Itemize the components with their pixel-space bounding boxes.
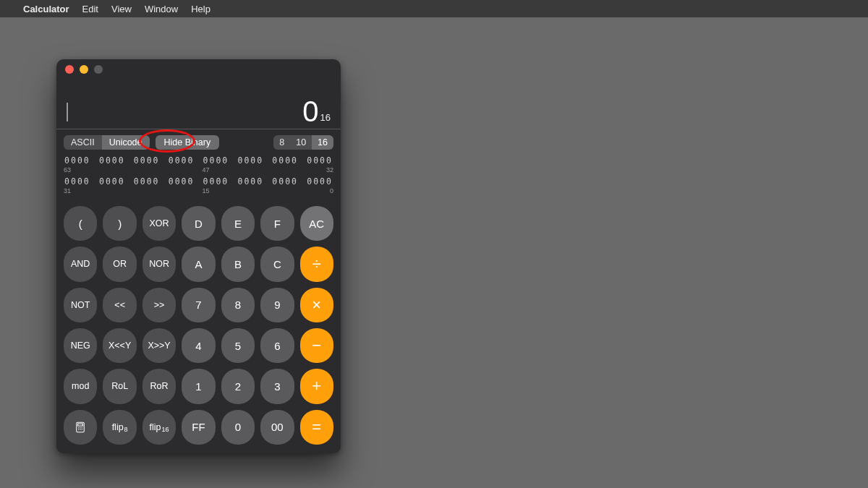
- nibble[interactable]: 0000: [271, 155, 299, 166]
- key-and[interactable]: AND: [64, 247, 97, 281]
- binary-row-low: 0000 0000 0000 0000 0000 0000 0000 0000: [64, 176, 333, 187]
- key-close-paren[interactable]: ): [103, 206, 136, 241]
- key-6[interactable]: 6: [260, 328, 294, 363]
- nibble[interactable]: 0000: [203, 176, 230, 187]
- key-divide[interactable]: ÷: [300, 247, 333, 281]
- nibble[interactable]: 0000: [306, 176, 333, 187]
- base-8-toggle[interactable]: 8: [273, 135, 290, 150]
- nibble[interactable]: 0000: [203, 155, 230, 166]
- key-plus[interactable]: +: [300, 369, 333, 403]
- menu-app[interactable]: Calculator: [23, 4, 69, 14]
- key-ac[interactable]: AC: [300, 206, 333, 241]
- key-flip8[interactable]: flip8: [103, 410, 136, 445]
- key-e[interactable]: E: [221, 206, 255, 241]
- key-xshl[interactable]: X<<Y: [103, 328, 136, 363]
- calculator-icon: [74, 421, 87, 434]
- nibble[interactable]: 0000: [306, 155, 333, 166]
- svg-point-7: [82, 429, 82, 429]
- key-or[interactable]: OR: [103, 247, 136, 281]
- base-10-toggle[interactable]: 10: [290, 135, 312, 150]
- window-zoom-button[interactable]: [94, 65, 103, 74]
- menu-view[interactable]: View: [111, 4, 132, 14]
- svg-point-2: [78, 427, 79, 428]
- bit-index-label: 47: [203, 166, 230, 174]
- key-4[interactable]: 4: [182, 328, 215, 363]
- nibble[interactable]: 0000: [64, 176, 91, 187]
- key-8[interactable]: 8: [221, 288, 255, 322]
- display-area: 0 16: [56, 80, 341, 129]
- bit-index-label: 0: [306, 187, 333, 194]
- menu-window[interactable]: Window: [145, 4, 178, 14]
- binary-display[interactable]: 0000 0000 0000 0000 0000 0000 0000 0000 …: [56, 154, 341, 199]
- key-multiply[interactable]: ×: [300, 288, 333, 322]
- key-equals[interactable]: =: [300, 410, 333, 445]
- nibble[interactable]: 0000: [133, 176, 161, 187]
- unicode-toggle[interactable]: Unicode: [102, 135, 150, 150]
- display-base-subscript: 16: [320, 112, 331, 123]
- svg-point-5: [78, 429, 79, 429]
- key-neg[interactable]: NEG: [64, 328, 97, 363]
- binary-row-high: 0000 0000 0000 0000 0000 0000 0000 0000: [64, 155, 333, 166]
- key-flip16[interactable]: flip16: [142, 410, 176, 445]
- key-rpn[interactable]: [64, 410, 97, 445]
- key-xshr[interactable]: X>>Y: [142, 328, 176, 363]
- key-rol[interactable]: RoL: [103, 369, 136, 403]
- key-ror[interactable]: RoR: [142, 369, 176, 403]
- controls-row: ASCII Unicode Hide Binary 8 10 16: [56, 129, 341, 154]
- base-segmented-control: 8 10 16: [273, 135, 333, 150]
- encoding-segmented-control: ASCII Unicode: [64, 135, 150, 150]
- key-9[interactable]: 9: [260, 288, 294, 322]
- window-minimize-button[interactable]: [80, 65, 88, 74]
- svg-rect-1: [78, 424, 83, 426]
- key-3[interactable]: 3: [260, 369, 294, 403]
- key-7[interactable]: 7: [182, 288, 215, 322]
- bit-index-label: 31: [64, 187, 91, 194]
- key-2[interactable]: 2: [221, 369, 255, 403]
- key-open-paren[interactable]: (: [64, 206, 97, 241]
- nibble[interactable]: 0000: [98, 155, 126, 166]
- key-0[interactable]: 0: [221, 410, 255, 445]
- menubar: Calculator Edit View Window Help: [0, 0, 868, 17]
- key-a[interactable]: A: [182, 247, 215, 281]
- svg-point-3: [80, 427, 81, 428]
- base-16-toggle[interactable]: 16: [312, 135, 333, 150]
- nibble[interactable]: 0000: [237, 155, 264, 166]
- nibble[interactable]: 0000: [271, 176, 299, 187]
- nibble[interactable]: 0000: [98, 176, 126, 187]
- bit-index-label: 32: [306, 166, 333, 174]
- key-d[interactable]: D: [182, 206, 215, 241]
- key-f[interactable]: F: [260, 206, 294, 241]
- window-close-button[interactable]: [65, 65, 74, 74]
- menu-help[interactable]: Help: [191, 4, 210, 14]
- window-titlebar: [56, 59, 341, 80]
- display-cursor: [67, 103, 68, 121]
- key-minus[interactable]: −: [300, 328, 333, 363]
- calculator-window: 0 16 ASCII Unicode Hide Binary 8 10 16 0…: [56, 59, 341, 453]
- nibble[interactable]: 0000: [168, 155, 195, 166]
- svg-point-4: [82, 427, 82, 428]
- bit-index-label: 63: [64, 166, 91, 174]
- key-00[interactable]: 00: [260, 410, 294, 445]
- nibble[interactable]: 0000: [133, 155, 161, 166]
- key-b[interactable]: B: [221, 247, 255, 281]
- key-not[interactable]: NOT: [64, 288, 97, 322]
- key-shl[interactable]: <<: [103, 288, 136, 322]
- key-5[interactable]: 5: [221, 328, 255, 363]
- key-nor[interactable]: NOR: [142, 247, 176, 281]
- svg-point-6: [80, 429, 81, 429]
- key-shr[interactable]: >>: [142, 288, 176, 322]
- key-c[interactable]: C: [260, 247, 294, 281]
- hide-binary-button[interactable]: Hide Binary: [156, 135, 220, 150]
- bit-index-label: 15: [203, 187, 230, 194]
- ascii-toggle[interactable]: ASCII: [64, 135, 102, 150]
- key-xor[interactable]: XOR: [142, 206, 176, 241]
- key-1[interactable]: 1: [182, 369, 215, 403]
- nibble[interactable]: 0000: [237, 176, 264, 187]
- display-value: 0: [302, 97, 318, 126]
- keypad: ( ) XOR D E F AC AND OR NOR A B C ÷ NOT …: [56, 199, 341, 453]
- nibble[interactable]: 0000: [64, 155, 91, 166]
- nibble[interactable]: 0000: [168, 176, 195, 187]
- menu-edit[interactable]: Edit: [82, 4, 98, 14]
- key-mod[interactable]: mod: [64, 369, 97, 403]
- key-ff[interactable]: FF: [182, 410, 215, 445]
